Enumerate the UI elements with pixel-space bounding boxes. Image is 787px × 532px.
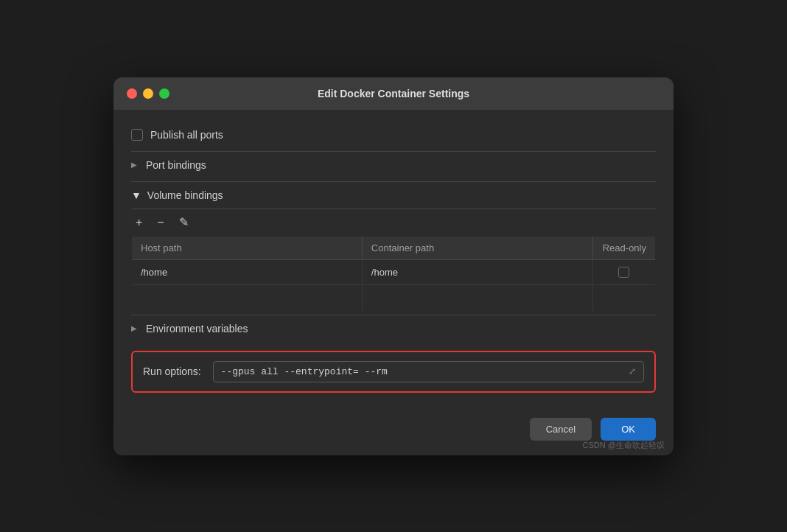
ok-button[interactable]: OK: [601, 418, 656, 441]
volume-bindings-arrow: ▼: [131, 189, 141, 201]
empty-row: [132, 284, 656, 311]
col-header-readonly: Read-only: [592, 236, 655, 259]
col-header-container: Container path: [362, 236, 592, 259]
minimize-button[interactable]: [143, 88, 153, 99]
env-variables-label: Environment variables: [146, 323, 248, 335]
dialog: Edit Docker Container Settings Publish a…: [113, 77, 674, 455]
close-button[interactable]: [127, 88, 137, 99]
traffic-lights: [127, 88, 169, 99]
remove-binding-button[interactable]: −: [153, 215, 168, 230]
maximize-button[interactable]: [159, 88, 169, 99]
edit-binding-button[interactable]: ✎: [175, 215, 193, 230]
volume-bindings-table: Host path Container path Read-only /home…: [131, 236, 656, 312]
env-variables-section: ▶ Environment variables: [131, 315, 656, 342]
publish-ports-row: Publish all ports: [131, 122, 656, 148]
add-binding-button[interactable]: +: [131, 215, 147, 230]
run-options-label: Run options:: [143, 365, 201, 377]
port-bindings-header[interactable]: ▶ Port bindings: [131, 152, 656, 178]
table-row[interactable]: /home /home: [132, 259, 656, 284]
env-variables-arrow: ▶: [131, 324, 140, 332]
publish-ports-checkbox[interactable]: [131, 129, 143, 141]
title-bar: Edit Docker Container Settings: [113, 77, 674, 110]
cancel-button[interactable]: Cancel: [530, 418, 592, 441]
readonly-checkbox[interactable]: [618, 267, 629, 278]
volume-bindings-label: Volume bindings: [147, 189, 223, 201]
readonly-cell: [592, 259, 655, 284]
run-options-input-wrapper: ⤢: [213, 361, 644, 382]
port-bindings-section: ▶ Port bindings: [131, 151, 656, 178]
port-bindings-label: Port bindings: [146, 159, 206, 171]
publish-ports-label: Publish all ports: [150, 129, 223, 141]
expand-icon[interactable]: ⤢: [629, 366, 636, 377]
run-options-input[interactable]: [221, 366, 623, 377]
volume-bindings-header[interactable]: ▼ Volume bindings: [131, 182, 656, 209]
watermark: CSDN @生命吹起轻叹: [583, 440, 665, 451]
dialog-content: Publish all ports ▶ Port bindings ▼ Volu…: [113, 110, 674, 407]
host-path-cell: /home: [132, 259, 363, 284]
port-bindings-arrow: ▶: [131, 161, 140, 169]
volume-toolbar: + − ✎: [131, 209, 656, 234]
volume-bindings-section: ▼ Volume bindings + − ✎ Host path Contai…: [131, 181, 656, 312]
container-path-cell: /home: [362, 259, 592, 284]
dialog-title: Edit Docker Container Settings: [318, 88, 469, 99]
run-options-section: Run options: ⤢: [131, 351, 656, 393]
env-variables-header[interactable]: ▶ Environment variables: [131, 315, 656, 342]
col-header-host: Host path: [132, 236, 363, 259]
